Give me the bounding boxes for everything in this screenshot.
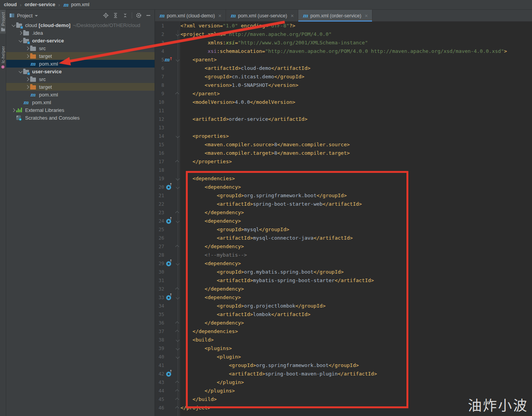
code-line-44[interactable]: 44 </plugins> [155, 387, 532, 395]
fold-marker-icon[interactable] [173, 395, 180, 404]
code-line-22[interactable]: 22 <artifactId>spring-boot-starter-web</… [155, 200, 532, 208]
code-line-4[interactable]: 4 xsi:schemaLocation="http://maven.apach… [155, 47, 532, 56]
editor-tab[interactable]: mpom.xml (cloud-demo)× [155, 10, 226, 22]
code-line-25[interactable]: 25 <groupId>mysql</groupId> [155, 225, 532, 234]
code-line-3[interactable]: 3 xmlns:xsi="http://www.w3.org/2001/XMLS… [155, 39, 532, 47]
fold-marker-icon[interactable] [173, 319, 180, 327]
tree-item-pom.xml[interactable]: mpom.xml [6, 91, 155, 98]
tool-window-button-lc-helper[interactable]: lc-helper [0, 44, 6, 71]
chevron-down-icon[interactable] [35, 15, 38, 17]
code-line-8[interactable]: 8 <version>1.0-SNAPSHOT</version> [155, 81, 532, 90]
tree-chevron-icon[interactable] [24, 86, 30, 88]
code-line-37[interactable]: 37 </dependencies> [155, 327, 532, 336]
code-line-19[interactable]: 19 <dependencies> [155, 174, 532, 183]
fold-marker-icon[interactable] [173, 378, 180, 387]
code-line-5[interactable]: 5m↑ <parent> [155, 56, 532, 64]
close-icon[interactable]: × [218, 13, 221, 19]
fold-marker-icon[interactable] [173, 56, 180, 64]
tool-window-button-project[interactable]: Project [0, 10, 6, 34]
code-line-20[interactable]: 20↑ <dependency> [155, 183, 532, 191]
code-line-29[interactable]: 29↑ <dependency> [155, 259, 532, 268]
code-line-27[interactable]: 27 </dependency> [155, 242, 532, 251]
code-line-30[interactable]: 30 <groupId>org.mybatis.spring.boot</gro… [155, 268, 532, 276]
code-line-9[interactable]: 9 </parent> [155, 90, 532, 98]
code-line-36[interactable]: 36 </dependency> [155, 319, 532, 327]
code-line-6[interactable]: 6 <artifactId>cloud-demo</artifactId> [155, 64, 532, 73]
code-line-35[interactable]: 35 <artifactId>lombok</artifactId> [155, 310, 532, 319]
fold-marker-icon[interactable] [173, 30, 180, 39]
close-icon[interactable]: × [365, 13, 368, 19]
fold-marker-icon[interactable] [173, 387, 180, 395]
code-line-23[interactable]: 23 </dependency> [155, 208, 532, 217]
fold-marker-icon[interactable] [173, 404, 180, 412]
code-line-34[interactable]: 34 <groupId>org.projectlombok</groupId> [155, 302, 532, 310]
tree-item-cloud[interactable]: cloud[cloud-demo]~/Desktop/code/OTHER/cl… [6, 21, 155, 29]
collapse-all-icon[interactable] [122, 12, 128, 19]
fold-marker-icon[interactable] [173, 90, 180, 98]
fold-marker-icon[interactable] [173, 183, 180, 191]
fold-marker-icon[interactable] [173, 353, 180, 361]
dependency-icon[interactable]: ↑ [164, 183, 173, 191]
code-line-40[interactable]: 40 <plugin> [155, 353, 532, 361]
fold-marker-icon[interactable] [173, 132, 180, 140]
fold-marker-icon[interactable] [173, 293, 180, 302]
dependency-icon[interactable]: ↑ [164, 293, 173, 302]
code-line-42[interactable]: 42↑ <artifactId>spring-boot-maven-plugin… [155, 370, 532, 378]
locate-icon[interactable] [103, 12, 109, 19]
code-line-32[interactable]: 32 </dependency> [155, 285, 532, 293]
hide-icon[interactable] [145, 12, 151, 19]
code-line-12[interactable]: 12 <artifactId>order-service</artifactId… [155, 115, 532, 123]
breadcrumb-item[interactable]: pom.xml [71, 2, 89, 7]
code-line-26[interactable]: 26 <artifactId>mysql-connector-java</art… [155, 234, 532, 242]
tree-item-ExternalLibraries[interactable]: External Libraries [6, 106, 155, 114]
code-line-2[interactable]: 2<project xmlns="http://maven.apache.org… [155, 30, 532, 39]
tree-item-target[interactable]: target [6, 83, 155, 91]
fold-marker-icon[interactable] [173, 285, 180, 293]
settings-icon[interactable] [136, 12, 142, 19]
maven-parent-icon[interactable]: m↑ [164, 56, 173, 64]
tree-chevron-icon[interactable] [17, 32, 23, 34]
code-line-18[interactable]: 18 [155, 166, 532, 174]
fold-marker-icon[interactable] [173, 242, 180, 251]
fold-marker-icon[interactable] [173, 208, 180, 217]
fold-marker-icon[interactable] [173, 259, 180, 268]
code-line-15[interactable]: 15 <maven.compiler.source>8</maven.compi… [155, 140, 532, 149]
tree-chevron-icon[interactable] [10, 24, 16, 27]
tree-item-order-service[interactable]: order-service [6, 37, 155, 44]
code-line-14[interactable]: 14 <properties> [155, 132, 532, 140]
close-icon[interactable]: × [291, 13, 294, 19]
editor-tab[interactable]: mpom.xml (user-service)× [226, 10, 298, 22]
code-line-16[interactable]: 16 <maven.compiler.target>8</maven.compi… [155, 149, 532, 157]
tree-item-ScratchesandConsoles[interactable]: Scratches and Consoles [6, 114, 155, 122]
breadcrumb-item[interactable]: order-service [25, 2, 55, 7]
code-line-33[interactable]: 33↑ <dependency> [155, 293, 532, 302]
breadcrumb-item[interactable]: cloud [4, 2, 17, 7]
fold-marker-icon[interactable] [173, 344, 180, 353]
tree-item-pom.xml[interactable]: mpom.xml [6, 60, 155, 68]
tree-chevron-icon[interactable] [24, 47, 30, 50]
code-line-38[interactable]: 38 <build> [155, 336, 532, 344]
code-line-7[interactable]: 7 <groupId>cn.itcast.demo</groupId> [155, 73, 532, 81]
code-line-31[interactable]: 31 <artifactId>mybatis-spring-boot-start… [155, 276, 532, 285]
tree-item-user-service[interactable]: user-service [6, 68, 155, 75]
code-line-28[interactable]: 28 <!--mybatis--> [155, 251, 532, 259]
fold-marker-icon[interactable] [173, 217, 180, 225]
fold-marker-icon[interactable] [173, 157, 180, 166]
tree-item-src[interactable]: src [6, 75, 155, 83]
code-line-13[interactable]: 13 [155, 123, 532, 132]
tree-chevron-icon[interactable] [24, 55, 30, 57]
dependency-icon[interactable]: ↑ [164, 259, 173, 268]
fold-marker-icon[interactable] [173, 174, 180, 183]
dependency-icon[interactable]: ↑ [164, 370, 173, 378]
code-line-11[interactable]: 11 [155, 107, 532, 115]
tree-item-src[interactable]: src [6, 44, 155, 52]
code-line-1[interactable]: 1<?xml version="1.0" encoding="UTF-8"?> [155, 22, 532, 30]
code-editor[interactable]: 1<?xml version="1.0" encoding="UTF-8"?>2… [155, 22, 532, 416]
code-line-24[interactable]: 24↑ <dependency> [155, 217, 532, 225]
code-line-43[interactable]: 43 </plugin> [155, 378, 532, 387]
tree-chevron-icon[interactable] [10, 109, 16, 112]
code-line-10[interactable]: 10 <modelVersion>4.0.0</modelVersion> [155, 98, 532, 107]
code-line-17[interactable]: 17 </properties> [155, 157, 532, 166]
tree-chevron-icon[interactable] [17, 70, 23, 73]
tree-item-target[interactable]: target [6, 52, 155, 60]
